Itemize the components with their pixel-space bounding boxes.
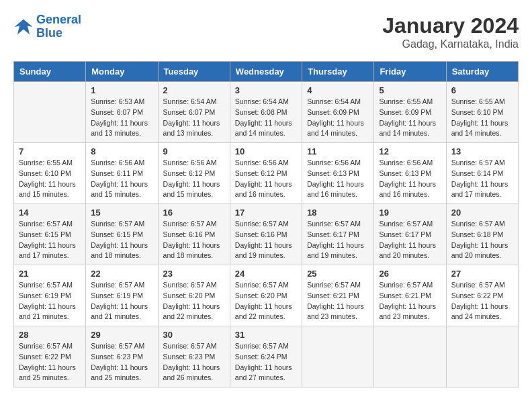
calendar-cell: 27Sunrise: 6:57 AMSunset: 6:22 PMDayligh… xyxy=(446,265,518,326)
day-info: Sunrise: 6:57 AMSunset: 6:23 PMDaylight:… xyxy=(163,341,225,383)
logo: General Blue xyxy=(13,13,81,40)
day-number: 1 xyxy=(91,85,152,95)
weekday-header-friday: Friday xyxy=(374,62,446,82)
day-info: Sunrise: 6:57 AMSunset: 6:24 PMDaylight:… xyxy=(235,341,297,383)
calendar-cell: 15Sunrise: 6:57 AMSunset: 6:15 PMDayligh… xyxy=(86,204,158,265)
day-number: 28 xyxy=(19,330,81,340)
day-number: 23 xyxy=(163,269,225,279)
weekday-header-sunday: Sunday xyxy=(14,62,86,82)
day-number: 3 xyxy=(235,85,297,95)
weekday-header-thursday: Thursday xyxy=(302,62,374,82)
calendar-week-row: 14Sunrise: 6:57 AMSunset: 6:15 PMDayligh… xyxy=(14,204,519,265)
calendar-cell: 16Sunrise: 6:57 AMSunset: 6:16 PMDayligh… xyxy=(158,204,230,265)
calendar-cell: 11Sunrise: 6:56 AMSunset: 6:13 PMDayligh… xyxy=(302,143,374,204)
calendar-week-row: 7Sunrise: 6:55 AMSunset: 6:10 PMDaylight… xyxy=(14,143,519,204)
weekday-header-saturday: Saturday xyxy=(446,62,518,82)
logo-icon xyxy=(13,17,34,37)
day-info: Sunrise: 6:57 AMSunset: 6:15 PMDaylight:… xyxy=(91,219,152,261)
day-number: 14 xyxy=(19,208,81,218)
day-info: Sunrise: 6:57 AMSunset: 6:16 PMDaylight:… xyxy=(235,219,297,261)
logo-text: General Blue xyxy=(36,13,81,40)
calendar-cell: 9Sunrise: 6:56 AMSunset: 6:12 PMDaylight… xyxy=(158,143,230,204)
day-number: 11 xyxy=(307,146,369,156)
day-info: Sunrise: 6:57 AMSunset: 6:15 PMDaylight:… xyxy=(19,219,81,261)
calendar-cell: 4Sunrise: 6:54 AMSunset: 6:09 PMDaylight… xyxy=(302,82,374,143)
day-number: 26 xyxy=(379,269,441,279)
day-info: Sunrise: 6:57 AMSunset: 6:17 PMDaylight:… xyxy=(379,219,441,261)
day-info: Sunrise: 6:57 AMSunset: 6:23 PMDaylight:… xyxy=(91,341,152,383)
calendar-cell: 25Sunrise: 6:57 AMSunset: 6:21 PMDayligh… xyxy=(302,265,374,326)
calendar-cell: 10Sunrise: 6:56 AMSunset: 6:12 PMDayligh… xyxy=(230,143,302,204)
calendar-cell: 19Sunrise: 6:57 AMSunset: 6:17 PMDayligh… xyxy=(374,204,446,265)
calendar-cell: 2Sunrise: 6:54 AMSunset: 6:07 PMDaylight… xyxy=(158,82,230,143)
calendar-cell: 17Sunrise: 6:57 AMSunset: 6:16 PMDayligh… xyxy=(230,204,302,265)
calendar-cell xyxy=(14,82,86,143)
day-info: Sunrise: 6:56 AMSunset: 6:12 PMDaylight:… xyxy=(235,158,297,200)
day-number: 18 xyxy=(307,208,369,218)
day-info: Sunrise: 6:56 AMSunset: 6:13 PMDaylight:… xyxy=(307,158,369,200)
day-info: Sunrise: 6:57 AMSunset: 6:14 PMDaylight:… xyxy=(451,158,513,200)
day-number: 20 xyxy=(451,208,513,218)
day-info: Sunrise: 6:55 AMSunset: 6:09 PMDaylight:… xyxy=(379,97,441,139)
day-number: 5 xyxy=(379,85,441,95)
calendar-week-row: 21Sunrise: 6:57 AMSunset: 6:19 PMDayligh… xyxy=(14,265,519,326)
day-info: Sunrise: 6:57 AMSunset: 6:22 PMDaylight:… xyxy=(451,280,513,322)
day-number: 8 xyxy=(91,146,152,156)
calendar-cell: 29Sunrise: 6:57 AMSunset: 6:23 PMDayligh… xyxy=(86,326,158,387)
day-number: 13 xyxy=(451,146,513,156)
day-info: Sunrise: 6:56 AMSunset: 6:12 PMDaylight:… xyxy=(163,158,225,200)
day-number: 22 xyxy=(91,269,152,279)
logo-general: General xyxy=(36,13,81,26)
svg-marker-0 xyxy=(15,19,33,35)
title-block: January 2024 Gadag, Karnataka, India xyxy=(382,13,519,50)
calendar-cell: 31Sunrise: 6:57 AMSunset: 6:24 PMDayligh… xyxy=(230,326,302,387)
calendar-cell: 14Sunrise: 6:57 AMSunset: 6:15 PMDayligh… xyxy=(14,204,86,265)
calendar-cell xyxy=(302,326,374,387)
calendar-cell: 7Sunrise: 6:55 AMSunset: 6:10 PMDaylight… xyxy=(14,143,86,204)
day-number: 30 xyxy=(163,330,225,340)
day-number: 4 xyxy=(307,85,369,95)
day-number: 10 xyxy=(235,146,297,156)
day-info: Sunrise: 6:57 AMSunset: 6:16 PMDaylight:… xyxy=(163,219,225,261)
calendar-cell: 6Sunrise: 6:55 AMSunset: 6:10 PMDaylight… xyxy=(446,82,518,143)
page-header: General Blue January 2024 Gadag, Karnata… xyxy=(13,13,519,50)
calendar-table: SundayMondayTuesdayWednesdayThursdayFrid… xyxy=(13,61,519,387)
weekday-header-tuesday: Tuesday xyxy=(158,62,230,82)
calendar-cell: 12Sunrise: 6:56 AMSunset: 6:13 PMDayligh… xyxy=(374,143,446,204)
day-number: 31 xyxy=(235,330,297,340)
calendar-cell xyxy=(374,326,446,387)
day-number: 9 xyxy=(163,146,225,156)
day-number: 15 xyxy=(91,208,152,218)
day-info: Sunrise: 6:54 AMSunset: 6:07 PMDaylight:… xyxy=(163,97,225,139)
day-info: Sunrise: 6:57 AMSunset: 6:18 PMDaylight:… xyxy=(451,219,513,261)
day-number: 6 xyxy=(451,85,513,95)
day-info: Sunrise: 6:54 AMSunset: 6:08 PMDaylight:… xyxy=(235,97,297,139)
location-title: Gadag, Karnataka, India xyxy=(382,38,519,50)
calendar-cell: 26Sunrise: 6:57 AMSunset: 6:21 PMDayligh… xyxy=(374,265,446,326)
calendar-cell: 3Sunrise: 6:54 AMSunset: 6:08 PMDaylight… xyxy=(230,82,302,143)
calendar-cell: 23Sunrise: 6:57 AMSunset: 6:20 PMDayligh… xyxy=(158,265,230,326)
day-info: Sunrise: 6:53 AMSunset: 6:07 PMDaylight:… xyxy=(91,97,152,139)
weekday-header-row: SundayMondayTuesdayWednesdayThursdayFrid… xyxy=(14,62,519,82)
day-number: 12 xyxy=(379,146,441,156)
day-number: 29 xyxy=(91,330,152,340)
calendar-cell: 13Sunrise: 6:57 AMSunset: 6:14 PMDayligh… xyxy=(446,143,518,204)
day-info: Sunrise: 6:54 AMSunset: 6:09 PMDaylight:… xyxy=(307,97,369,139)
day-info: Sunrise: 6:57 AMSunset: 6:17 PMDaylight:… xyxy=(307,219,369,261)
day-number: 25 xyxy=(307,269,369,279)
day-info: Sunrise: 6:57 AMSunset: 6:20 PMDaylight:… xyxy=(163,280,225,322)
calendar-cell: 24Sunrise: 6:57 AMSunset: 6:20 PMDayligh… xyxy=(230,265,302,326)
day-info: Sunrise: 6:57 AMSunset: 6:21 PMDaylight:… xyxy=(307,280,369,322)
day-number: 16 xyxy=(163,208,225,218)
day-info: Sunrise: 6:57 AMSunset: 6:21 PMDaylight:… xyxy=(379,280,441,322)
calendar-cell: 20Sunrise: 6:57 AMSunset: 6:18 PMDayligh… xyxy=(446,204,518,265)
day-number: 21 xyxy=(19,269,81,279)
logo-blue: Blue xyxy=(36,26,62,40)
day-info: Sunrise: 6:57 AMSunset: 6:19 PMDaylight:… xyxy=(91,280,152,322)
day-info: Sunrise: 6:57 AMSunset: 6:22 PMDaylight:… xyxy=(19,341,81,383)
month-title: January 2024 xyxy=(382,13,519,38)
calendar-cell: 18Sunrise: 6:57 AMSunset: 6:17 PMDayligh… xyxy=(302,204,374,265)
day-number: 27 xyxy=(451,269,513,279)
day-info: Sunrise: 6:55 AMSunset: 6:10 PMDaylight:… xyxy=(451,97,513,139)
day-number: 7 xyxy=(19,146,81,156)
